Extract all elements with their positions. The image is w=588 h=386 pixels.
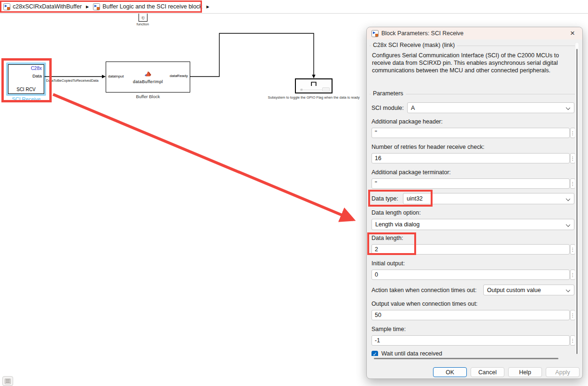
- matlab-logo-icon: [144, 71, 152, 77]
- buffer-function-label: dataBufferImpl: [106, 79, 190, 84]
- data-length-label: Data length:: [371, 235, 403, 241]
- sci-out-port-label: Data: [32, 73, 42, 78]
- sci-module-value: A: [411, 105, 415, 111]
- subsystem-icon: [93, 3, 100, 10]
- buffer-block[interactable]: dataInput dataReady dataBufferImpl: [106, 62, 190, 93]
- breadcrumb-item-subsystem[interactable]: Buffer Logic and the SCI receive block: [93, 3, 202, 10]
- block-parameters-icon: [371, 30, 379, 37]
- pkg-terminator-label: Additional package terminator:: [371, 169, 451, 176]
- data-type-value: uint32: [407, 195, 423, 202]
- sample-time-input[interactable]: [371, 335, 570, 346]
- chevron-down-icon: [566, 223, 570, 227]
- chevron-down-icon: [566, 288, 570, 292]
- sci-chip-tag: C28x: [31, 66, 42, 71]
- vertical-scrollbar-thumb[interactable]: [576, 49, 578, 354]
- description-line: communications between the MCU and other…: [372, 67, 550, 74]
- breadcrumb-label-subsystem: Buffer Logic and the SCI receive block: [102, 3, 202, 10]
- function-block-label: function: [129, 22, 157, 26]
- breadcrumb-caret-icon[interactable]: ▶: [207, 5, 209, 9]
- ok-button[interactable]: OK: [433, 367, 467, 377]
- slider-box-graphic: [322, 87, 330, 92]
- data-type-select[interactable]: uint32: [403, 193, 574, 204]
- timeout-value-input[interactable]: [371, 310, 570, 320]
- function-glyph: f(): [141, 16, 144, 19]
- function-block[interactable]: f(): [139, 13, 147, 22]
- data-length-option-label: Data length option:: [371, 209, 421, 216]
- cancel-button[interactable]: Cancel: [471, 367, 504, 377]
- pulse-icon: [311, 81, 317, 86]
- dialog-content: C28x SCI Receive (mask) (link) Configure…: [367, 39, 582, 356]
- data-type-label: Data type:: [371, 195, 398, 202]
- signal-name-label[interactable]: DataToBeCopiedToReceivedData: [46, 78, 99, 83]
- description-line: Configures Serial Communication Interfac…: [372, 52, 559, 59]
- mask-header: C28x SCI Receive (mask) (link): [371, 42, 457, 48]
- block-parameters-dialog: Block Parameters: SCI Receive × C28x SCI…: [366, 27, 583, 379]
- description-line: receive data from SCIRXD pin. This enabl…: [372, 60, 558, 66]
- wait-until-data-received-label: Wait until data received: [381, 350, 442, 356]
- checkbox-check-icon: ✓: [372, 351, 377, 356]
- retries-label: Number of retries for header receive che…: [371, 144, 484, 150]
- breadcrumb-label-model: c28xSCIRxDataWithBuffer: [13, 3, 82, 10]
- wait-until-data-received-checkbox[interactable]: ✓: [371, 351, 378, 356]
- pkg-header-input[interactable]: [371, 128, 570, 138]
- sample-time-label: Sample time:: [371, 326, 406, 332]
- pkg-header-label: Additional package header:: [371, 118, 443, 125]
- close-icon[interactable]: ×: [566, 28, 579, 39]
- pkg-terminator-input[interactable]: [371, 178, 570, 189]
- dialog-buttons: OK Cancel Help Apply: [433, 367, 580, 377]
- subsystem-icon: [3, 3, 10, 10]
- simulink-window: c28xSCIRxDataWithBuffer ▶ Buffer Logic a…: [0, 0, 588, 386]
- breadcrumb: c28xSCIRxDataWithBuffer ▶ Buffer Logic a…: [0, 0, 588, 14]
- dialog-titlebar[interactable]: Block Parameters: SCI Receive ×: [367, 27, 582, 39]
- gpio-subsystem-block[interactable]: [295, 78, 333, 93]
- initial-output-input[interactable]: [371, 270, 570, 280]
- sci-body-label: SCI RCV: [8, 87, 44, 92]
- timeout-action-value: Output custom value: [487, 287, 541, 293]
- data-length-input[interactable]: [371, 244, 570, 255]
- dialog-title: Block Parameters: SCI Receive: [381, 30, 464, 37]
- slider-handle-graphic: [301, 89, 302, 91]
- breadcrumb-item-model[interactable]: c28xSCIRxDataWithBuffer: [3, 3, 82, 10]
- apply-button[interactable]: Apply: [546, 367, 580, 377]
- horizontal-scrollbar-thumb[interactable]: [374, 358, 558, 359]
- timeout-action-label: Action taken when connection times out:: [371, 287, 477, 293]
- timeout-action-select[interactable]: Output custom value: [483, 285, 574, 295]
- sci-module-label: SCI module:: [371, 105, 404, 111]
- parameters-header: Parameters: [371, 90, 406, 97]
- breadcrumb-caret-icon[interactable]: ▶: [86, 5, 89, 9]
- buffer-block-name[interactable]: Buffer Block: [120, 94, 176, 99]
- sci-module-select[interactable]: A: [407, 102, 574, 113]
- chevron-down-icon: [566, 197, 570, 201]
- sci-receive-block-name[interactable]: SCI Receive: [0, 96, 53, 102]
- sci-receive-block[interactable]: C28x Data SCI RCV: [8, 64, 44, 94]
- data-length-option-select[interactable]: Length via dialog: [371, 219, 574, 230]
- help-button[interactable]: Help: [508, 367, 542, 377]
- retries-input[interactable]: [371, 153, 570, 163]
- timeout-value-label: Output value when connection times out:: [371, 301, 478, 307]
- chevron-down-icon: [566, 106, 570, 110]
- initial-output-label: Initial output:: [371, 260, 405, 267]
- data-length-option-value: Length via dialog: [375, 221, 420, 228]
- gpio-subsystem-name: Subsystem to toggle the GPIO Flag when t…: [262, 95, 365, 100]
